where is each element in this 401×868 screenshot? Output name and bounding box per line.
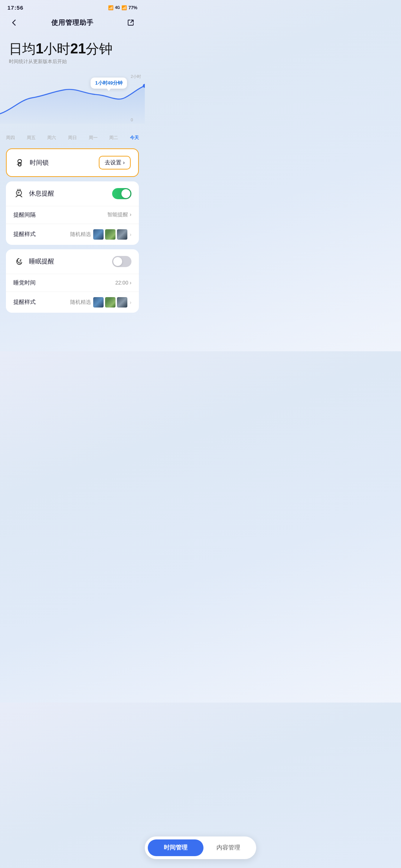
sleep-style-value: 随机精选 › <box>70 297 131 308</box>
time-lock-icon <box>14 157 25 168</box>
sleep-time-text: 22:00 › <box>115 280 131 286</box>
time-lock-action-label: 去设置 › <box>105 159 125 166</box>
sleep-reminder-icon <box>13 256 25 267</box>
reminder-style-label: 提醒样式 <box>13 231 36 238</box>
daily-avg-minutes: 21 <box>70 41 86 56</box>
sleep-thumb-2 <box>105 297 115 308</box>
reminder-style-text: 随机精选 <box>70 231 91 238</box>
reminder-style-value: 随机精选 › <box>70 229 131 240</box>
x-label-today: 今天 <box>130 135 139 141</box>
x-label-tue: 周二 <box>109 135 118 141</box>
sleep-thumb-1 <box>93 297 104 308</box>
reminder-style-chevron: › <box>130 231 131 237</box>
time-lock-action-button[interactable]: 去设置 › <box>99 156 131 170</box>
chart-y-label-top: 2小时 <box>131 74 141 79</box>
network-icon: 4G <box>115 6 120 10</box>
daily-avg-hours: 1 <box>36 41 43 56</box>
signal-icon: 📶 <box>108 5 114 10</box>
x-label-sat: 周六 <box>47 135 56 141</box>
daily-avg-subtitle: 时间统计从更新版本后开始 <box>9 58 136 65</box>
daily-avg-title: 日均1小时21分钟 <box>9 41 136 57</box>
sleep-reminder-main: 睡眠提醒 <box>6 249 139 274</box>
daily-avg-prefix: 日均 <box>9 41 36 56</box>
sleep-thumb-3 <box>117 297 127 308</box>
reminder-thumb-1 <box>93 229 104 240</box>
reminder-interval-value: 智能提醒 › <box>107 211 131 218</box>
reminder-style-thumbs <box>93 229 127 240</box>
sleep-style-row[interactable]: 提醒样式 随机精选 › <box>6 292 139 313</box>
reminder-thumb-2 <box>105 229 115 240</box>
sleep-time-label: 睡觉时间 <box>13 279 36 286</box>
app-header: 使用管理助手 <box>0 13 145 35</box>
status-icons: 📶 4G 📶 77% <box>108 5 137 10</box>
rest-reminder-card: 休息提醒 提醒间隔 智能提醒 › 提醒样式 随机精选 › <box>6 181 139 245</box>
reminder-interval-row[interactable]: 提醒间隔 智能提醒 › <box>6 206 139 224</box>
rest-reminder-label: 休息提醒 <box>29 189 54 198</box>
rest-reminder-icon <box>13 188 25 199</box>
time-lock-card: 时间锁 去设置 › <box>6 148 139 177</box>
reminder-thumb-3 <box>117 229 127 240</box>
reminder-interval-text: 智能提醒 › <box>107 211 131 218</box>
chart-y-labels: 2小时 0 <box>131 74 141 122</box>
daily-avg-minute-unit: 分钟 <box>86 41 113 56</box>
share-button[interactable] <box>124 16 137 29</box>
x-label-thu: 周四 <box>6 135 15 141</box>
cards-section: 时间锁 去设置 › <box>0 141 145 314</box>
sleep-reminder-left: 睡眠提醒 <box>13 256 54 267</box>
sleep-reminder-toggle[interactable] <box>112 256 131 267</box>
signal-icon-2: 📶 <box>121 5 127 10</box>
x-label-sun: 周日 <box>68 135 77 141</box>
sleep-time-value: 22:00 › <box>115 280 131 286</box>
time-lock-label: 时间锁 <box>30 158 49 167</box>
daily-avg-hour-unit: 小时 <box>43 41 70 56</box>
status-time: 17:56 <box>7 4 23 11</box>
sleep-time-row[interactable]: 睡觉时间 22:00 › <box>6 274 139 292</box>
chart-y-label-bottom: 0 <box>131 118 141 122</box>
toggle-knob <box>121 189 130 198</box>
sleep-style-thumbs <box>93 297 127 308</box>
chart-tooltip: 1小时49分钟 <box>91 78 127 89</box>
rest-reminder-left: 休息提醒 <box>13 188 54 199</box>
page-title: 使用管理助手 <box>51 18 94 27</box>
reminder-style-row[interactable]: 提醒样式 随机精选 › <box>6 224 139 245</box>
status-bar: 17:56 📶 4G 📶 77% <box>0 0 145 13</box>
sleep-style-chevron: › <box>130 299 131 305</box>
sleep-style-text: 随机精选 <box>70 299 91 306</box>
x-label-fri: 周五 <box>27 135 36 141</box>
battery-level: 77% <box>128 5 137 10</box>
reminder-interval-label: 提醒间隔 <box>13 211 36 218</box>
rest-reminder-toggle[interactable] <box>112 188 131 199</box>
rest-reminder-main: 休息提醒 <box>6 181 139 206</box>
chart-x-labels: 周四 周五 周六 周日 周一 周二 今天 <box>0 133 145 141</box>
sleep-style-label: 提醒样式 <box>13 299 36 306</box>
daily-average-section: 日均1小时21分钟 时间统计从更新版本后开始 <box>0 35 145 68</box>
sleep-toggle-knob <box>113 257 122 266</box>
x-label-mon: 周一 <box>89 135 98 141</box>
time-lock-left: 时间锁 <box>14 157 49 168</box>
usage-chart: 2小时 0 1小时49分钟 <box>0 74 145 133</box>
sleep-reminder-card: 睡眠提醒 睡觉时间 22:00 › 提醒样式 随机精选 › <box>6 249 139 313</box>
sleep-reminder-label: 睡眠提醒 <box>29 257 54 266</box>
back-button[interactable] <box>7 16 21 29</box>
